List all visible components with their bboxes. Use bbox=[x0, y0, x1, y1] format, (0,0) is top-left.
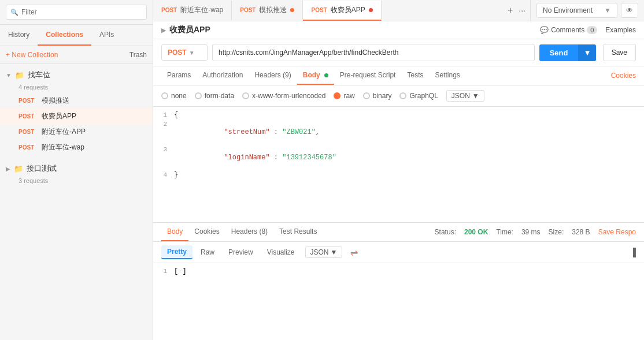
sidebar: 🔍 History Collections APIs + New Collect… bbox=[0, 0, 153, 340]
resp-nav-cookies[interactable]: Cookies bbox=[188, 223, 225, 241]
body-opt-urlencoded[interactable]: x-www-form-urlencoded bbox=[242, 92, 325, 100]
resp-nav-headers[interactable]: Headers (8) bbox=[225, 223, 273, 241]
environment-select[interactable]: No Environment ▼ bbox=[536, 3, 617, 18]
nav-settings[interactable]: Settings bbox=[429, 66, 465, 85]
request-name: 附近车位-APP bbox=[42, 127, 86, 137]
list-item[interactable]: POST 附近车位-wap bbox=[0, 140, 153, 155]
env-area: No Environment ▼ 👁 bbox=[530, 0, 644, 21]
request-nav: Params Authorization Headers (9) Body Pr… bbox=[153, 66, 644, 85]
json-format-label: JSON bbox=[451, 92, 470, 100]
size-value: 328 B bbox=[572, 228, 590, 236]
tab-dot-3 bbox=[369, 8, 373, 12]
line-number: 1 bbox=[153, 267, 174, 275]
nav-tests[interactable]: Tests bbox=[401, 66, 429, 85]
resp-visualize-button[interactable]: Visualize bbox=[261, 246, 301, 259]
code-line-2: 2 "streetNum" : "ZBW021", bbox=[153, 119, 644, 145]
response-area: Body Cookies Headers (8) Test Results St… bbox=[153, 222, 644, 298]
tab-name-3: 收费员APP bbox=[331, 5, 365, 15]
code-line-1: 1 { bbox=[153, 110, 644, 119]
nav-headers[interactable]: Headers (9) bbox=[249, 66, 297, 85]
nav-params[interactable]: Params bbox=[161, 66, 197, 85]
nav-pre-request[interactable]: Pre-request Script bbox=[334, 66, 402, 85]
collection-name-1: 找车位 bbox=[28, 70, 50, 80]
request-tab-1[interactable]: POST 附近车位-wap bbox=[153, 1, 232, 21]
body-opt-formdata[interactable]: form-data bbox=[195, 92, 234, 100]
list-item[interactable]: POST 收费员APP bbox=[0, 109, 153, 124]
tab-collections[interactable]: Collections bbox=[38, 25, 91, 46]
more-tabs-button[interactable]: ··· bbox=[519, 6, 525, 15]
save-response-button[interactable]: Save Respo bbox=[598, 228, 636, 236]
request-tab-2[interactable]: POST 模拟推送 bbox=[232, 1, 303, 21]
tab-history[interactable]: History bbox=[0, 25, 38, 46]
wrap-button[interactable]: ⇌ bbox=[347, 246, 361, 259]
body-opt-formdata-label: form-data bbox=[205, 92, 234, 100]
nav-authorization[interactable]: Authorization bbox=[197, 66, 249, 85]
body-opt-raw[interactable]: raw bbox=[334, 92, 354, 100]
new-collection-button[interactable]: + New Collection bbox=[6, 51, 58, 59]
add-tab-button[interactable]: + bbox=[504, 4, 516, 17]
trash-button[interactable]: Trash bbox=[129, 51, 147, 59]
chevron-down-icon: ▼ bbox=[472, 92, 479, 100]
resp-nav-body[interactable]: Body bbox=[161, 223, 188, 241]
page-title: 收费员APP bbox=[169, 25, 210, 35]
collection-header-2[interactable]: ▶ 📁 接口测试 bbox=[0, 160, 153, 177]
line-number: 1 bbox=[153, 111, 174, 118]
tab-apis[interactable]: APIs bbox=[91, 25, 122, 46]
body-opt-raw-label: raw bbox=[343, 92, 354, 100]
request-tab-3[interactable]: POST 收费员APP bbox=[303, 1, 381, 21]
radio-binary bbox=[363, 92, 370, 99]
title-actions: 💬 Comments 0 Examples bbox=[540, 26, 636, 34]
response-format-bar: Pretty Raw Preview Visualize JSON ▼ ⇌ ▐ bbox=[153, 242, 644, 263]
folder-icon: 📁 bbox=[15, 71, 24, 80]
resp-nav-test-results[interactable]: Test Results bbox=[273, 223, 323, 241]
cookies-button[interactable]: Cookies bbox=[611, 72, 636, 80]
resp-json-format-select[interactable]: JSON ▼ bbox=[305, 246, 343, 258]
code-line-3: 3 "loginName" : "13912345678" bbox=[153, 145, 644, 170]
body-opt-binary-label: binary bbox=[373, 92, 392, 100]
request-name: 收费员APP bbox=[42, 111, 76, 121]
body-opt-none[interactable]: none bbox=[161, 92, 187, 100]
send-dropdown-button[interactable]: ▼ bbox=[578, 44, 595, 61]
line-content: "streetNum" : "ZBW021", bbox=[174, 120, 644, 144]
resp-preview-button[interactable]: Preview bbox=[223, 246, 259, 259]
list-item[interactable]: POST 模拟推送 bbox=[0, 93, 153, 109]
resp-body-content: [ ] bbox=[174, 267, 644, 275]
tab-name-1: 附近车位-wap bbox=[180, 5, 223, 15]
method-label: POST bbox=[168, 48, 187, 57]
comments-button[interactable]: 💬 Comments 0 bbox=[540, 26, 597, 34]
method-badge: POST bbox=[18, 144, 37, 151]
method-badge: POST bbox=[18, 98, 37, 104]
send-button[interactable]: Send bbox=[539, 44, 579, 61]
list-item[interactable]: POST 附近车位-APP bbox=[0, 124, 153, 140]
radio-formdata bbox=[195, 92, 202, 99]
request-body-editor[interactable]: 1 { 2 "streetNum" : "ZBW021", 3 "loginNa… bbox=[153, 107, 644, 222]
search-icon: 🔍 bbox=[10, 9, 18, 16]
examples-button[interactable]: Examples bbox=[605, 26, 636, 34]
url-input[interactable] bbox=[212, 44, 535, 61]
request-name: 附近车位-wap bbox=[42, 143, 84, 152]
resp-pretty-button[interactable]: Pretty bbox=[161, 245, 193, 259]
resp-json-label: JSON bbox=[310, 248, 329, 256]
response-body: 1 [ ] bbox=[153, 263, 644, 298]
chevron-right-icon: ▶ bbox=[6, 166, 10, 172]
line-content: "loginName" : "13912345678" bbox=[174, 145, 644, 170]
line-number: 3 bbox=[153, 145, 174, 153]
collection-header-1[interactable]: ▼ 📁 找车位 bbox=[0, 66, 153, 84]
tab-method-3: POST bbox=[311, 7, 327, 13]
resp-raw-button[interactable]: Raw bbox=[195, 246, 220, 259]
body-opt-binary[interactable]: binary bbox=[363, 92, 392, 100]
request-tabs: POST 附近车位-wap POST 模拟推送 POST 收费员APP + ··… bbox=[153, 0, 530, 21]
scroll-button[interactable]: ▐ bbox=[630, 248, 636, 257]
save-button[interactable]: Save bbox=[603, 44, 636, 61]
body-opt-graphql-label: GraphQL bbox=[409, 92, 438, 100]
main-content: POST 附近车位-wap POST 模拟推送 POST 收费员APP + ··… bbox=[153, 0, 644, 340]
nav-body[interactable]: Body bbox=[297, 66, 334, 85]
body-opt-graphql[interactable]: GraphQL bbox=[399, 92, 438, 100]
method-selector[interactable]: POST ▼ bbox=[161, 44, 208, 61]
nav-body-label: Body bbox=[303, 71, 320, 79]
filter-input[interactable] bbox=[6, 5, 147, 20]
eye-button[interactable]: 👁 bbox=[621, 3, 638, 18]
tab-method-2: POST bbox=[240, 7, 256, 13]
env-select-label: No Environment bbox=[543, 6, 601, 14]
json-format-select[interactable]: JSON ▼ bbox=[446, 90, 484, 102]
